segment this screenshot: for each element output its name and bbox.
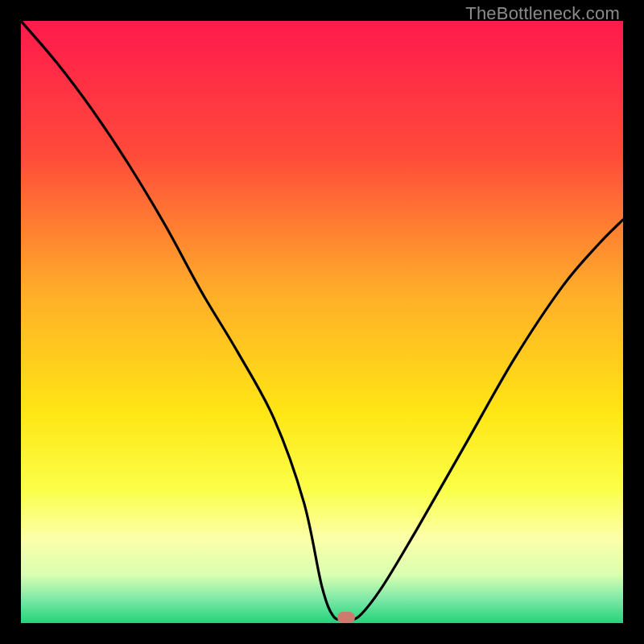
chart-svg [21, 21, 623, 623]
gradient-background [21, 21, 623, 623]
watermark-text: TheBottleneck.com [465, 3, 620, 24]
optimum-marker [337, 612, 355, 623]
chart-frame: TheBottleneck.com [0, 0, 644, 644]
plot-area [21, 21, 623, 623]
